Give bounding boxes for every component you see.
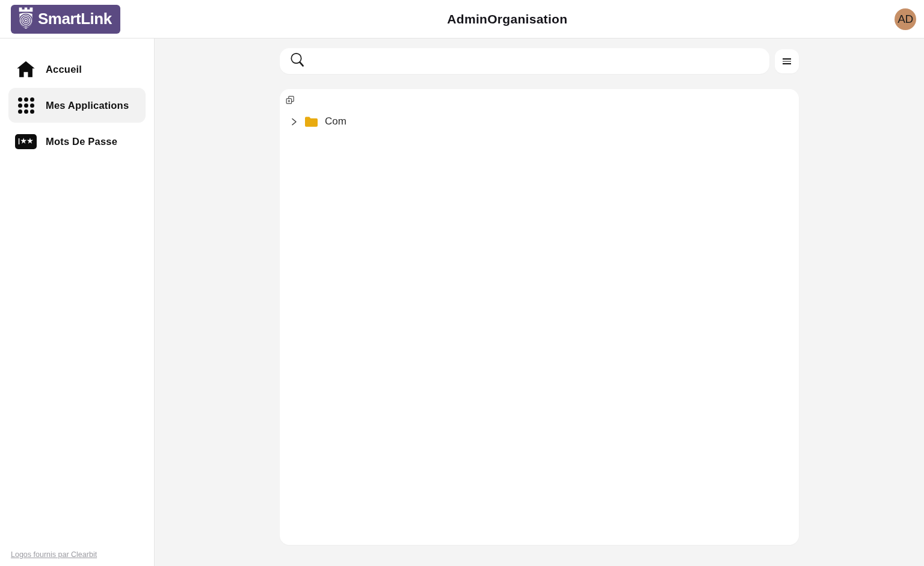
sidebar-item-label: Accueil	[46, 64, 82, 75]
user-avatar[interactable]: AD	[895, 8, 916, 30]
main-content: Com	[155, 38, 924, 566]
chevron-right-icon[interactable]	[289, 117, 299, 127]
sidebar-item-mes-applications[interactable]: Mes Applications	[8, 88, 146, 123]
applications-tree-panel: Com	[280, 89, 799, 545]
hamburger-icon	[783, 58, 791, 64]
expand-all-button[interactable]	[286, 94, 299, 108]
avatar-initials: AD	[898, 13, 913, 26]
logo-text: SmartLink	[38, 10, 112, 28]
search-icon	[289, 52, 306, 70]
app-header: SmartLink AdminOrganisation AD	[0, 0, 924, 38]
apps-grid-icon	[14, 97, 37, 114]
page-title: AdminOrganisation	[120, 12, 895, 26]
search-bar[interactable]	[280, 48, 769, 74]
password-icon: |★★	[14, 134, 37, 149]
sidebar: Accueil Mes Applications |★★ Mots De Pas…	[0, 38, 155, 566]
search-input[interactable]	[314, 55, 761, 67]
home-icon	[14, 60, 37, 78]
expand-all-icon	[286, 96, 295, 106]
sidebar-item-accueil[interactable]: Accueil	[8, 52, 146, 87]
sidebar-item-label: Mots De Passe	[46, 136, 117, 147]
sidebar-item-label: Mes Applications	[46, 100, 129, 111]
tree-node-com[interactable]: Com	[286, 115, 793, 128]
clearbit-attribution-link[interactable]: Logos fournis par Clearbit	[11, 550, 97, 559]
search-row	[280, 48, 799, 74]
tree-node-label: Com	[325, 115, 346, 128]
smartlink-logo[interactable]: SmartLink	[11, 5, 120, 34]
shield-fingerprint-icon	[16, 6, 36, 32]
folder-icon	[304, 116, 318, 128]
view-options-button[interactable]	[775, 49, 799, 73]
sidebar-item-mots-de-passe[interactable]: |★★ Mots De Passe	[8, 124, 146, 159]
